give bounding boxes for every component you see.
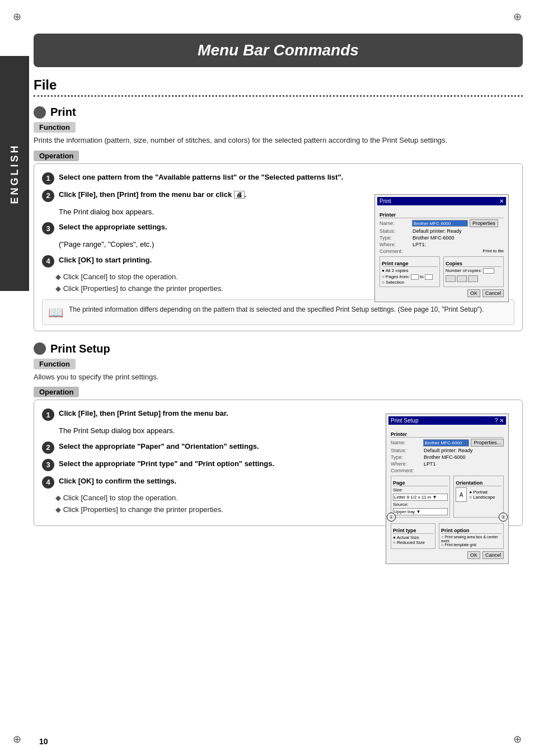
setup-step-4: 4 Click [OK] to confirm the settings. (42, 476, 369, 489)
step-text-1: Select one pattern from the "Available p… (59, 172, 369, 183)
setup-printer-label: Printer (391, 431, 504, 438)
step-text-2b: The Print dialog box appears. (59, 206, 369, 218)
step-num-2: 2 (42, 190, 54, 202)
print-setup-dot (34, 342, 46, 355)
step-text-3b: ("Page range", "Copies", etc.) (59, 239, 369, 250)
corner-mark-bl: ⊕ (6, 728, 28, 750)
file-section-title: File (34, 77, 523, 93)
print-dialog-where-row: Where: LPT1: (380, 242, 504, 247)
step-num-4: 4 (42, 255, 54, 267)
print-setup-operation-box: 1 Click [File], then [Print Setup] from … (34, 400, 523, 526)
header-banner: Menu Bar Commands (34, 34, 523, 67)
setup-step-text-3: Select the appropriate "Print type" and … (59, 458, 369, 469)
setup-status-row: Status: Default printer: Ready (391, 448, 504, 453)
print-dialog-title: Print (380, 198, 391, 204)
print-dialog-name-row: Name: Brother MFC-6000 Properties (380, 219, 504, 227)
source-dropdown[interactable]: Upper tray ▼ (393, 508, 448, 515)
print-setup-title: Print Setup (50, 342, 110, 355)
print-operation-box: 1 Select one pattern from the "Available… (34, 163, 523, 331)
setup-ok-btn[interactable]: OK (467, 551, 480, 559)
print-option-label: Print option (441, 528, 502, 534)
print-dialog-type-row: Type: Brother MFC-6000 (380, 235, 504, 241)
step-num-3: 3 (42, 222, 54, 234)
orientation-label: Orientation (456, 480, 502, 486)
setup-dialog-titlebar: Print Setup ? ✕ (388, 416, 506, 425)
print-step-1: 1 Select one pattern from the "Available… (42, 172, 369, 185)
setup-where-row: Where: LPT1 (391, 461, 504, 467)
english-sidebar: ENGLISH (0, 56, 29, 291)
print-step-3b: ("Page range", "Copies", etc.) (59, 239, 369, 250)
note-icon: 📖 (48, 306, 63, 320)
print-dialog-status-row: Status: Default printer: Ready (380, 228, 504, 234)
corner-mark-br: ⊕ (506, 728, 528, 750)
setup-step-text-2: Select the appropriate "Paper" and "Orie… (59, 441, 369, 452)
print-bullet-1: Click [Cancel] to stop the operation. (55, 272, 369, 282)
setup-dialog-body: Printer Name: Brother MFC-6000 Propertie… (388, 427, 506, 561)
print-header-row: Print (34, 106, 523, 119)
setup-step-num-2: 2 (42, 442, 54, 454)
setup-step-text-4: Click [OK] to confirm the settings. (59, 476, 369, 487)
step-text-4: Click [OK] to start printing. (59, 255, 369, 266)
print-steps-container: 1 Select one pattern from the "Available… (42, 172, 514, 294)
corner-mark-tr: ⊕ (506, 6, 528, 28)
print-dialog-close: ✕ (499, 198, 504, 204)
print-function-text: Prints the information (pattern, size, n… (34, 135, 523, 146)
corner-mark-tl: ⊕ (6, 6, 28, 28)
copies-label: Copies (446, 261, 502, 267)
setup-comment-row: Comment: (391, 468, 504, 473)
print-ok-btn[interactable]: OK (467, 289, 480, 297)
print-setup-function-text: Allows you to specify the print settings… (34, 372, 523, 383)
print-dot (34, 106, 46, 119)
setup-step-2: 2 Select the appropriate "Paper" and "Or… (42, 441, 369, 454)
print-dialog-comment-row: Comment: Print to file (380, 248, 504, 254)
setup-step-text-1: Click [File], then [Print Setup] from th… (59, 408, 369, 419)
print-dialog-titlebar: Print ✕ (377, 197, 506, 205)
print-range-label: Print range (382, 261, 438, 267)
step-text-3: Select the appropriate settings. (59, 222, 369, 233)
setup-step-1: 1 Click [File], then [Print Setup] from … (42, 408, 369, 421)
print-setup-function-badge: Function (34, 359, 76, 369)
print-step-4: 4 Click [OK] to start printing. (42, 255, 369, 267)
print-step-2b: The Print dialog box appears. (59, 206, 369, 218)
setup-step-num-1: 1 (42, 408, 54, 421)
setup-name-row: Name: Brother MFC-6000 Properties... (391, 439, 504, 447)
page-number: 10 (39, 737, 48, 746)
english-label: ENGLISH (9, 143, 21, 204)
callout-2: ② (499, 513, 508, 522)
setup-page-label: Page (393, 480, 448, 486)
print-type-label: Print type (393, 528, 433, 534)
print-setup-header-row: Print Setup (34, 342, 523, 355)
page-title: Menu Bar Commands (45, 41, 512, 59)
print-setup-steps-container: 1 Click [File], then [Print Setup] from … (42, 408, 514, 520)
file-divider (34, 95, 523, 97)
file-section: File (34, 77, 523, 97)
print-dialog-body: Printer Name: Brother MFC-6000 Propertie… (377, 208, 506, 299)
print-setup-subsection: Print Setup Function Allows you to speci… (34, 342, 523, 527)
setup-step-3: 3 Select the appropriate "Print type" an… (42, 458, 369, 471)
print-note-text: The printed information differs dependin… (69, 304, 484, 314)
setup-step-text-1b: The Print Setup dialog box appears. (59, 425, 369, 436)
main-content: Menu Bar Commands File Print Function Pr… (34, 0, 523, 526)
print-step-3: 3 Select the appropriate settings. (42, 222, 369, 234)
step-text-2: Click [File], then [Print] from the menu… (59, 189, 369, 200)
setup-step-num-4: 4 (42, 476, 54, 489)
setup-bullet-1: Click [Cancel] to stop the operation. (55, 493, 369, 503)
setup-type-row: Type: Brother MFC-6000 (391, 454, 504, 460)
function-badge: Function (34, 122, 76, 133)
print-note-box: 📖 The printed information differs depend… (42, 299, 514, 325)
print-subsection: Print Function Prints the information (p… (34, 106, 523, 331)
print-dialog-printer-label: Printer (380, 212, 504, 218)
print-cancel-btn[interactable]: Cancel (483, 289, 504, 297)
print-title: Print (50, 106, 76, 119)
setup-step-1b: The Print Setup dialog box appears. (59, 425, 369, 436)
setup-bullet-2: Click [Properties] to change the printer… (55, 505, 369, 515)
callout-1: ① (387, 513, 396, 522)
setup-step-num-3: 3 (42, 459, 54, 471)
print-dialog-mockup: Print ✕ Printer Name: Brother MFC-6000 P… (374, 194, 509, 302)
size-dropdown[interactable]: Letter 8 1/2 x 11 in ▼ (393, 494, 448, 501)
print-step-2: 2 Click [File], then [Print] from the me… (42, 189, 369, 202)
print-setup-dialog-mockup: Print Setup ? ✕ Printer Name: Brother MF… (386, 414, 509, 564)
setup-cancel-btn[interactable]: Cancel (483, 551, 504, 559)
print-bullet-2: Click [Properties] to change the printer… (55, 284, 369, 294)
print-setup-operation-badge: Operation (34, 387, 79, 397)
